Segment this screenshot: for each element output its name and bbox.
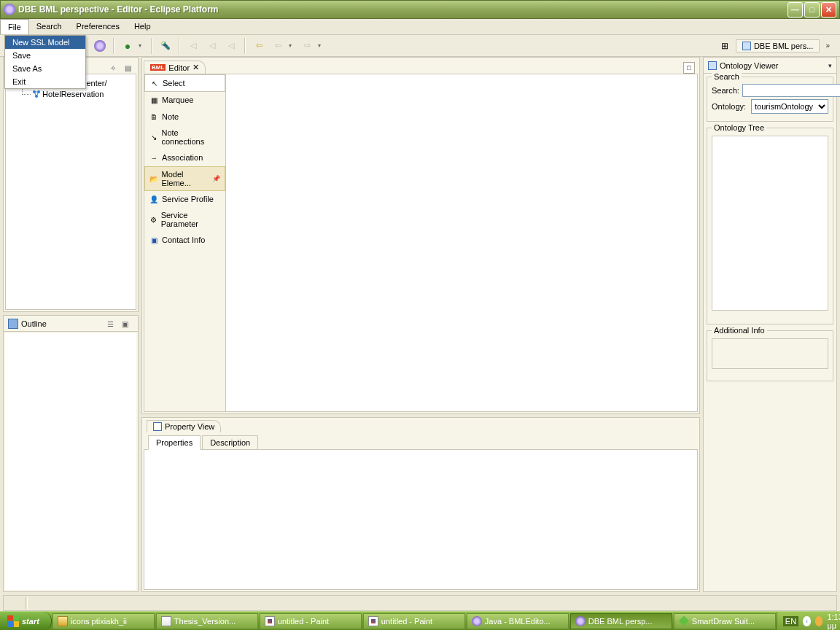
- contact-icon: ▣: [149, 235, 159, 245]
- taskbar-item-6-label: SmartDraw Suit...: [692, 617, 755, 626]
- ontology-tree-legend: Ontology Tree: [712, 123, 766, 132]
- palette-model-eleme-label: Model Eleme...: [162, 170, 210, 187]
- new-item-icon[interactable]: ✧: [107, 62, 119, 74]
- taskbar-item-2[interactable]: untitled - Paint: [260, 613, 362, 629]
- menu-search[interactable]: Search: [29, 19, 69, 34]
- taskbar-item-0[interactable]: icons ptixiakh_ii: [52, 613, 155, 629]
- paint-icon: [265, 616, 275, 626]
- palette-model-elements[interactable]: 📂Model Eleme...📌: [144, 166, 225, 191]
- palette-note[interactable]: 🗎Note: [144, 109, 225, 125]
- nav-last-button[interactable]: ◁: [223, 38, 239, 54]
- property-view-title: Property View: [165, 422, 214, 431]
- menu-file[interactable]: File: [0, 19, 29, 34]
- tree-child-item[interactable]: HotelReservation: [9, 89, 133, 99]
- search-label: Search:: [712, 86, 739, 95]
- tray-user-icon[interactable]: [815, 616, 823, 626]
- history-fwd-dropdown[interactable]: ▾: [318, 42, 325, 49]
- ontology-select[interactable]: tourismOntology: [751, 99, 828, 114]
- palette-contact-info[interactable]: ▣Contact Info: [144, 232, 225, 249]
- maximize-button[interactable]: □: [804, 2, 820, 18]
- history-fwd-button[interactable]: ⇨: [299, 38, 315, 54]
- statusbar-separator: [26, 597, 28, 609]
- search-group-legend: Search: [712, 72, 742, 81]
- more-perspectives-button[interactable]: »: [825, 42, 830, 50]
- menu-save[interactable]: Save: [5, 49, 85, 62]
- tray-language[interactable]: EN: [783, 616, 798, 626]
- pin-icon[interactable]: 📌: [212, 175, 220, 182]
- bml-icon: BML: [150, 64, 166, 71]
- run-dropdown[interactable]: ▾: [139, 42, 146, 49]
- windows-logo-icon: [7, 615, 19, 627]
- minimize-button[interactable]: —: [788, 2, 803, 18]
- editor-tab-label: Editor: [168, 63, 190, 72]
- start-label: start: [22, 617, 39, 626]
- ontology-viewer-icon: [708, 61, 717, 70]
- palette-service-parameter[interactable]: ⚙Service Parameter: [144, 208, 225, 232]
- close-button[interactable]: ✕: [821, 2, 836, 18]
- cursor-icon: ↖: [149, 78, 160, 88]
- menu-preferences[interactable]: Preferences: [69, 19, 127, 34]
- palette-note-connections[interactable]: ↘Note connections: [144, 125, 225, 149]
- association-icon: →: [149, 152, 159, 163]
- taskbar-item-1-label: Thesis_Version...: [174, 617, 236, 626]
- status-bar: [3, 595, 837, 611]
- history-back-button[interactable]: ⇦: [270, 38, 286, 54]
- taskbar-item-2-label: untitled - Paint: [278, 617, 329, 626]
- taskbar-item-6[interactable]: SmartDraw Suit...: [674, 613, 776, 629]
- file-menu-dropdown: New SSL Model Save Save As Exit: [4, 35, 86, 89]
- close-tab-icon[interactable]: ✕: [192, 63, 199, 72]
- outline-overview-icon[interactable]: ▣: [119, 319, 131, 330]
- editor-tab-bml[interactable]: BML Editor ✕: [144, 61, 206, 74]
- nav-back-button[interactable]: ◁: [185, 38, 201, 54]
- ontology-search-input[interactable]: [742, 84, 840, 97]
- ontology-viewer-title: Ontology Viewer: [720, 61, 779, 70]
- editor-canvas[interactable]: [226, 74, 697, 411]
- taskbar-item-5-label: DBE BML persp...: [588, 617, 653, 626]
- menu-exit[interactable]: Exit: [5, 75, 85, 88]
- start-button[interactable]: start: [0, 612, 52, 631]
- palette-note-conn-label: Note connections: [161, 128, 221, 146]
- toolbar-separator: [113, 38, 114, 54]
- taskbar-item-4[interactable]: Java - BMLEdito...: [467, 613, 569, 629]
- toolbar-separator: [179, 38, 180, 54]
- maximize-editor-button[interactable]: □: [683, 62, 695, 74]
- perspective-dbe-bml[interactable]: DBE BML pers...: [736, 39, 820, 52]
- ontology-select-label: Ontology:: [712, 102, 748, 111]
- repository-tree-body: − SSL://Tourism Center/ HotelReservation: [5, 74, 136, 310]
- run-button[interactable]: ●: [120, 38, 136, 54]
- tray-clock[interactable]: 1:13 μμ: [827, 612, 840, 630]
- taskbar-item-5[interactable]: DBE BML persp...: [570, 613, 672, 629]
- editor-palette: ↖Select ▦Marquee 🗎Note ↘Note connections…: [144, 74, 226, 411]
- outline-title: Outline: [21, 319, 47, 328]
- ontology-menu-dropdown[interactable]: ▾: [828, 62, 832, 69]
- panel-menu-icon[interactable]: ▤: [122, 62, 133, 74]
- tab-properties[interactable]: Properties: [148, 435, 201, 450]
- taskbar-item-3[interactable]: untitled - Paint: [363, 613, 465, 629]
- history-back-dropdown[interactable]: ▾: [289, 42, 296, 49]
- tab-description[interactable]: Description: [202, 435, 258, 449]
- search-button[interactable]: 🔦: [158, 38, 174, 54]
- menu-save-as[interactable]: Save As: [5, 62, 85, 75]
- open-perspective-button[interactable]: ⊞: [717, 38, 733, 54]
- editor-panel: BML Editor ✕ □ ↖Select ▦Marquee 🗎Note ↘N…: [141, 57, 700, 414]
- palette-service-profile[interactable]: 👤Service Profile: [144, 191, 225, 208]
- outline-body: [5, 333, 136, 590]
- palette-select[interactable]: ↖Select: [144, 74, 225, 92]
- menu-new-ssl-model[interactable]: New SSL Model: [5, 36, 85, 49]
- additional-info-legend: Additional Info: [712, 326, 767, 335]
- eclipse-icon-button[interactable]: [92, 38, 108, 54]
- marquee-icon: ▦: [149, 95, 159, 105]
- menu-help[interactable]: Help: [127, 19, 158, 34]
- taskbar-item-1[interactable]: Thesis_Version...: [156, 613, 258, 629]
- tray-arrow-icon[interactable]: ‹: [803, 616, 811, 626]
- note-conn-icon: ↘: [149, 132, 158, 142]
- tree-child-label: HotelReservation: [42, 90, 104, 98]
- nav-next-button[interactable]: ◁: [204, 38, 220, 54]
- ontology-tree-body[interactable]: [712, 136, 828, 311]
- palette-association[interactable]: →Association: [144, 149, 225, 166]
- smartdraw-icon: [679, 616, 689, 626]
- outline-tree-icon[interactable]: ☰: [104, 319, 116, 330]
- palette-marquee[interactable]: ▦Marquee: [144, 92, 225, 109]
- back-arrow-button[interactable]: ⇦: [251, 38, 267, 54]
- service-profile-icon: 👤: [149, 194, 159, 204]
